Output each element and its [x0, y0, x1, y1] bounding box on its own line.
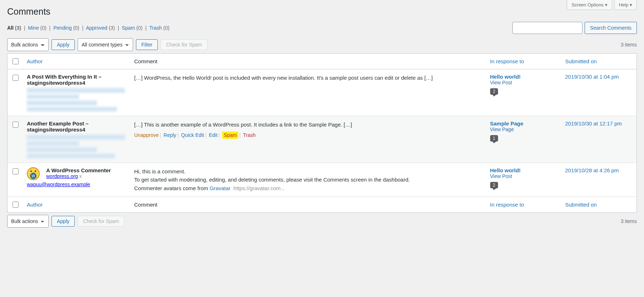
filter-pending[interactable]: Pending (0) [53, 25, 79, 31]
comment-count-bubble[interactable]: 2 [490, 182, 498, 188]
filter-mine[interactable]: Mine (0) [28, 25, 46, 31]
comment-text: Hi, this is a comment. To get started wi… [131, 163, 487, 197]
select-all-checkbox[interactable] [13, 58, 19, 64]
comment-text: […] This is another example of a WordPre… [134, 120, 483, 129]
table-row: Another Example Post – stagingsitewordpr… [8, 116, 637, 163]
filter-trash[interactable]: Trash (0) [149, 25, 169, 31]
response-title[interactable]: Sample Page [490, 120, 558, 127]
col-author[interactable]: Author [23, 197, 131, 212]
apply-button[interactable]: Apply [52, 39, 75, 50]
col-response[interactable]: In response to [487, 54, 562, 69]
comment-types-select[interactable]: All comment types [78, 38, 133, 51]
search-comments-button[interactable]: Search Comments [585, 22, 637, 34]
date-link[interactable]: 2019/10/30 at 1:04 pm [565, 74, 619, 80]
col-date[interactable]: Submitted on [562, 54, 637, 69]
table-row: W A WordPress Commenter wordpress.org x … [8, 163, 637, 197]
response-view[interactable]: View Post [490, 80, 558, 85]
author-name: A WordPress Commenter [46, 167, 111, 173]
bulk-actions-select-bottom[interactable]: Bulk actions [7, 215, 49, 228]
filter-approved[interactable]: Approved (3) [86, 25, 115, 31]
action-reply[interactable]: Reply [164, 132, 176, 138]
screen-options-label: Screen Options [571, 2, 604, 8]
help-label: Help [619, 2, 629, 8]
action-spam[interactable]: Spam [224, 132, 237, 138]
col-author[interactable]: Author [23, 54, 131, 69]
bulk-actions-select[interactable]: Bulk actions [7, 38, 49, 51]
row-checkbox[interactable] [13, 75, 19, 81]
author-email[interactable]: wapuu@wordpress.example [27, 182, 90, 187]
action-edit[interactable]: Edit [209, 132, 218, 138]
avatar: W [27, 167, 40, 180]
svg-point-4 [35, 170, 36, 172]
action-trash[interactable]: Trash [243, 132, 255, 138]
apply-button-bottom[interactable]: Apply [52, 216, 75, 227]
redacted-block [27, 88, 127, 112]
filter-all[interactable]: All (3) [7, 25, 21, 31]
comments-table: Author Comment In response to Submitted … [7, 53, 637, 213]
author-site[interactable]: wordpress.org [46, 173, 78, 179]
date-link[interactable]: 2019/10/28 at 4:26 pm [565, 167, 619, 173]
check-spam-button-bottom[interactable]: Check for Spam [78, 216, 124, 227]
redacted-block [27, 135, 127, 158]
filter-spam[interactable]: Spam (0) [122, 25, 143, 31]
row-checkbox[interactable] [13, 122, 19, 128]
svg-point-3 [30, 170, 32, 172]
author-name: Another Example Post – stagingsitewordpr… [27, 120, 127, 133]
help-button[interactable]: Help ▾ [614, 0, 637, 10]
col-date[interactable]: Submitted on [562, 197, 637, 212]
comment-count-bubble[interactable]: 1 [490, 135, 498, 142]
check-spam-button[interactable]: Check for Spam [161, 39, 207, 50]
page-title: Comments [7, 6, 637, 17]
author-name: A Post With Everything In It – stagingsi… [27, 74, 127, 86]
filter-links: All (3) | Mine (0) | Pending (0) | Appro… [7, 25, 170, 31]
row-checkbox[interactable] [13, 168, 19, 174]
screen-options-button[interactable]: Screen Options ▾ [567, 0, 612, 10]
col-comment: Comment [131, 197, 487, 212]
caret-down-icon: ▾ [605, 2, 608, 8]
gravatar-link[interactable]: Gravatar [210, 185, 230, 191]
filter-button[interactable]: Filter [136, 39, 158, 50]
items-count: 3 items [621, 42, 637, 48]
caret-down-icon: ▾ [630, 2, 632, 8]
remove-link-icon[interactable]: x [79, 173, 82, 179]
row-actions: Unapprove| Reply| Quick Edit| Edit| Spam… [134, 132, 483, 138]
comment-count-bubble[interactable]: 2 [490, 88, 498, 95]
table-row: A Post With Everything In It – stagingsi… [8, 69, 637, 116]
select-all-checkbox-bottom[interactable] [13, 202, 19, 208]
response-title[interactable]: Hello world! [490, 167, 558, 173]
response-view[interactable]: View Page [490, 127, 558, 132]
date-link[interactable]: 2019/10/30 at 12:17 pm [565, 120, 622, 127]
col-response[interactable]: In response to [487, 197, 562, 212]
response-title[interactable]: Hello world! [490, 74, 558, 80]
search-input[interactable] [512, 22, 582, 34]
action-unapprove[interactable]: Unapprove [134, 132, 159, 138]
response-view[interactable]: View Post [490, 173, 558, 179]
col-comment: Comment [131, 54, 487, 69]
action-quick-edit[interactable]: Quick Edit [181, 132, 204, 138]
comment-text: […] WordPress, the Hello World! post is … [131, 69, 487, 116]
items-count-bottom: 3 items [621, 218, 637, 224]
svg-text:W: W [31, 174, 35, 178]
